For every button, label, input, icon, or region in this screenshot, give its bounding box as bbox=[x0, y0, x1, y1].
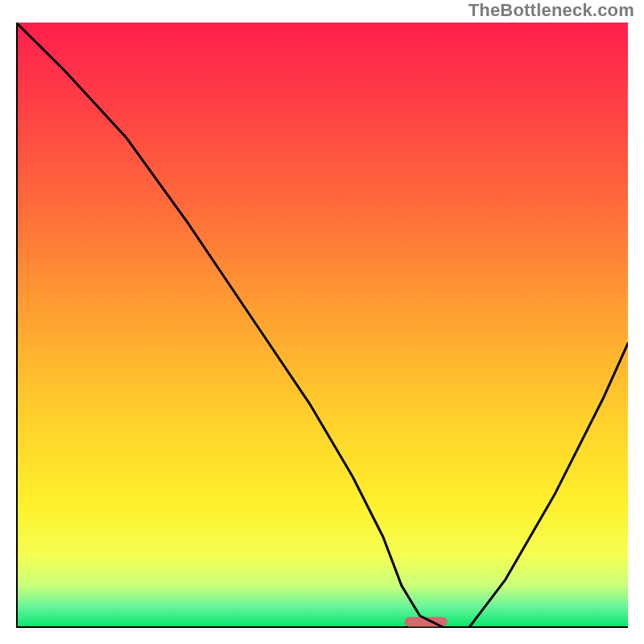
gradient-background bbox=[16, 23, 628, 628]
watermark-text: TheBottleneck.com bbox=[469, 0, 634, 21]
chart-svg bbox=[16, 23, 628, 628]
plot-area bbox=[16, 23, 628, 628]
chart-stage: TheBottleneck.com bbox=[0, 0, 644, 644]
